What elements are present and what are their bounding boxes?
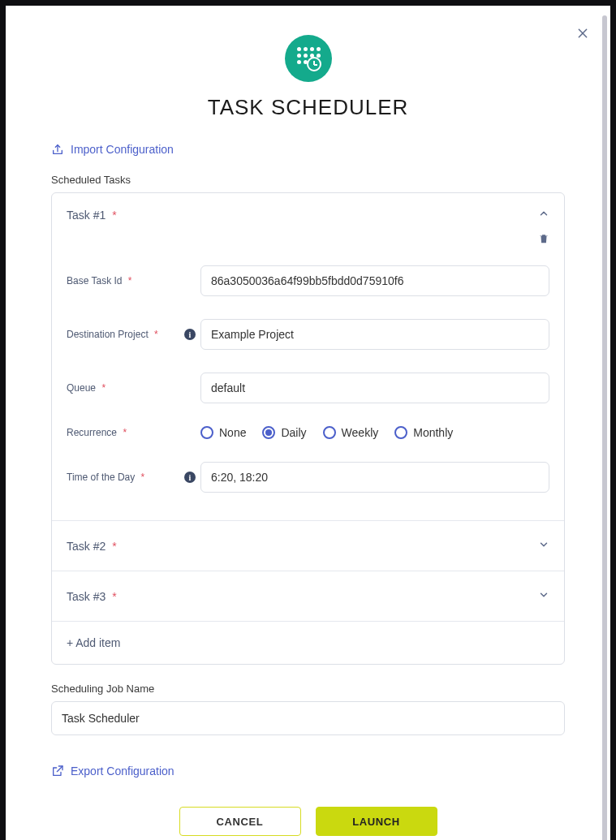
scheduling-job-name-label: Scheduling Job Name — [51, 683, 565, 695]
radio-icon — [262, 426, 275, 439]
export-icon — [51, 765, 64, 778]
task-2-title: Task #2 — [67, 540, 106, 553]
delete-task-button[interactable] — [538, 232, 549, 248]
time-of-day-label: Time of the Day * — [67, 472, 184, 483]
info-icon[interactable]: i — [184, 472, 196, 483]
task-1-header[interactable]: Task #1 * — [67, 208, 549, 222]
plus-icon: + — [67, 636, 73, 649]
add-item-button[interactable]: + Add item — [52, 622, 564, 664]
required-marker: * — [112, 209, 116, 222]
required-marker: * — [112, 590, 116, 603]
recurrence-label: Recurrence * — [67, 427, 184, 438]
radio-icon — [394, 426, 407, 439]
import-icon — [51, 143, 64, 156]
add-item-label: Add item — [75, 636, 120, 649]
radio-icon — [200, 426, 213, 439]
recurrence-radio-group: None Daily Weekly — [200, 426, 549, 439]
base-task-id-input[interactable] — [200, 265, 549, 296]
scheduled-tasks-label: Scheduled Tasks — [51, 174, 565, 186]
recurrence-option-none[interactable]: None — [200, 426, 246, 439]
radio-icon — [323, 426, 336, 439]
queue-input[interactable] — [200, 373, 549, 403]
task-1-body: Base Task Id * Destination Project * i — [67, 222, 549, 506]
svg-line-3 — [57, 766, 62, 772]
modal-title: TASK SCHEDULER — [6, 95, 610, 120]
task-1-title: Task #1 — [67, 209, 106, 222]
scheduling-job-name-block: Scheduling Job Name — [51, 683, 565, 735]
cancel-button[interactable]: CANCEL — [179, 807, 301, 836]
required-marker: * — [112, 540, 116, 553]
modal-footer: CANCEL LAUNCH — [6, 807, 610, 836]
scheduling-job-name-input[interactable] — [51, 701, 565, 735]
tasks-panel: Task #1 * Base Task Id * — [51, 192, 565, 665]
close-icon — [576, 27, 589, 40]
modal-header: TASK SCHEDULER — [6, 6, 610, 143]
expand-button[interactable] — [538, 589, 549, 603]
export-label: Export Configuration — [71, 765, 174, 778]
task-3-title: Task #3 — [67, 590, 106, 603]
task-item-2[interactable]: Task #2 * — [52, 521, 564, 571]
base-task-id-label: Base Task Id * — [67, 275, 184, 286]
recurrence-option-daily[interactable]: Daily — [262, 426, 306, 439]
chevron-down-icon — [538, 589, 549, 601]
chevron-down-icon — [538, 539, 549, 550]
launch-button[interactable]: LAUNCH — [316, 807, 437, 836]
queue-label: Queue * — [67, 382, 184, 394]
task-scheduler-modal: TASK SCHEDULER Import Configuration Sche… — [0, 0, 616, 840]
modal-content: Import Configuration Scheduled Tasks Tas… — [6, 143, 610, 807]
import-configuration-link[interactable]: Import Configuration — [51, 143, 565, 156]
time-of-day-input[interactable] — [200, 462, 549, 493]
recurrence-option-monthly[interactable]: Monthly — [394, 426, 453, 439]
task-item-1: Task #1 * Base Task Id * — [52, 193, 564, 521]
info-icon[interactable]: i — [184, 329, 196, 340]
trash-icon — [538, 232, 549, 245]
chevron-up-icon — [538, 208, 549, 219]
collapse-button[interactable] — [538, 208, 549, 222]
expand-button[interactable] — [538, 539, 549, 553]
destination-project-label: Destination Project * — [67, 329, 184, 340]
export-configuration-link[interactable]: Export Configuration — [51, 765, 565, 778]
close-button[interactable] — [575, 25, 591, 41]
recurrence-option-weekly[interactable]: Weekly — [323, 426, 379, 439]
task-item-3[interactable]: Task #3 * — [52, 571, 564, 622]
destination-project-input[interactable] — [200, 319, 549, 350]
import-label: Import Configuration — [71, 143, 174, 156]
scrollbar[interactable] — [602, 15, 607, 840]
scheduler-logo-icon — [285, 35, 332, 82]
